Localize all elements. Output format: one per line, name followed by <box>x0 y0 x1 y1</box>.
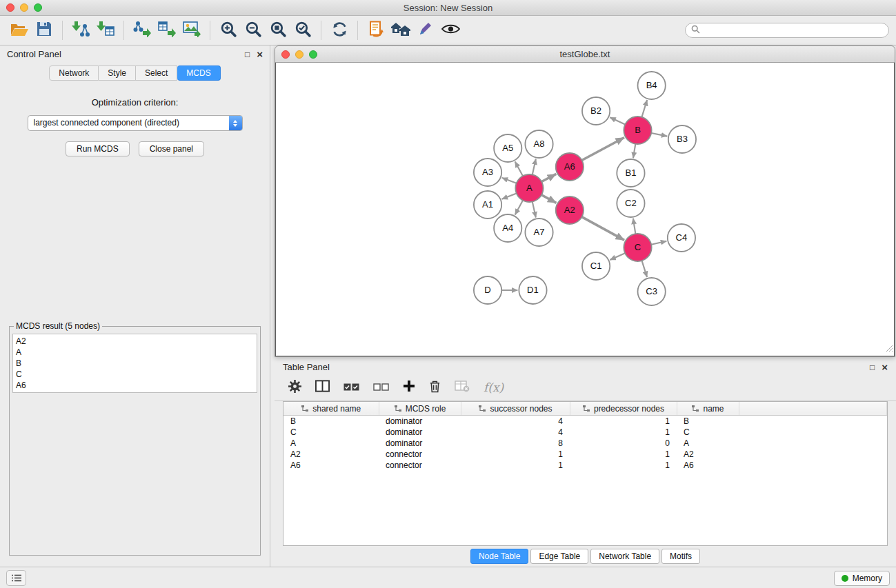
result-list-item[interactable]: A <box>16 347 254 358</box>
table-cell[interactable]: 4 <box>461 427 570 438</box>
birdseye-view-button[interactable] <box>388 19 413 42</box>
table-cell[interactable]: dominator <box>379 427 461 438</box>
tab-motifs[interactable]: Motifs <box>661 549 700 564</box>
table-cell[interactable]: A <box>677 438 739 449</box>
table-cell[interactable]: 1 <box>461 460 570 471</box>
tab-select[interactable]: Select <box>136 65 177 81</box>
resize-grip-icon[interactable] <box>885 343 893 355</box>
graph-edge-C-C3[interactable] <box>642 261 648 277</box>
graph-edge-A-A7[interactable] <box>532 202 536 218</box>
table-cell[interactable]: A2 <box>677 449 739 460</box>
zoom-in-button[interactable] <box>216 19 241 42</box>
search-input[interactable] <box>704 25 883 36</box>
tab-network[interactable]: Network <box>49 65 99 81</box>
table-cell[interactable]: C <box>283 427 379 438</box>
zoom-selected-button[interactable] <box>290 19 315 42</box>
column-header-successor-nodes[interactable]: successor nodes <box>461 402 570 416</box>
table-cell[interactable]: 1 <box>570 427 677 438</box>
close-table-panel-icon[interactable]: × <box>882 363 888 372</box>
table-row[interactable]: Adominator80A <box>283 438 887 449</box>
graph-edge-A-A4[interactable] <box>515 201 523 215</box>
refresh-layout-button[interactable] <box>327 19 352 42</box>
deselect-all-rows-button[interactable] <box>373 381 389 394</box>
mcds-result-list[interactable]: A2ABCA6 <box>12 334 257 393</box>
tab-node-table[interactable]: Node Table <box>470 549 529 564</box>
graph-edge-A-A3[interactable] <box>502 178 517 183</box>
node-table[interactable]: shared nameMCDS rolesuccessor nodesprede… <box>283 401 888 546</box>
graph-edge-A2-C[interactable] <box>581 217 624 241</box>
add-row-button[interactable] <box>403 380 415 395</box>
graph-edge-B-B1[interactable] <box>633 144 635 159</box>
result-list-item[interactable]: A6 <box>16 380 254 391</box>
run-mcds-button[interactable]: Run MCDS <box>66 141 130 156</box>
table-row[interactable]: Cdominator41C <box>283 427 887 438</box>
table-cell[interactable]: dominator <box>379 416 461 427</box>
float-panel-icon[interactable]: □ <box>245 50 250 59</box>
table-cell[interactable]: dominator <box>379 438 461 449</box>
table-cell[interactable]: 1 <box>461 449 570 460</box>
delete-columns-button[interactable] <box>455 381 470 395</box>
column-header-name[interactable]: name <box>677 402 739 416</box>
export-table-button[interactable] <box>155 19 179 42</box>
table-row[interactable]: A2connector11A2 <box>283 449 887 460</box>
graph-edge-C-C2[interactable] <box>633 219 636 234</box>
network-canvas[interactable]: B4B2BB3A5A8A6A3B1AC2A1A2A4A7C4CC1DD1C3 <box>275 63 895 356</box>
open-session-button[interactable] <box>7 19 32 42</box>
zoom-window-button[interactable] <box>34 3 42 12</box>
table-cell[interactable]: 1 <box>570 449 677 460</box>
tab-mcds[interactable]: MCDS <box>177 65 220 81</box>
minimize-window-button[interactable] <box>20 3 28 12</box>
float-table-panel-icon[interactable]: □ <box>870 363 875 372</box>
close-network-window-button[interactable] <box>281 50 290 59</box>
table-cell[interactable]: A6 <box>283 460 379 471</box>
export-image-button[interactable] <box>179 19 204 42</box>
select-columns-button[interactable] <box>315 380 330 395</box>
column-header-shared-name[interactable]: shared name <box>283 402 379 416</box>
criterion-dropdown[interactable]: largest connected component (directed) <box>28 115 243 131</box>
save-session-button[interactable] <box>32 19 57 42</box>
zoom-fit-button[interactable] <box>266 19 290 42</box>
table-cell[interactable]: connector <box>379 460 461 471</box>
table-cell[interactable]: 1 <box>570 460 677 471</box>
tab-style[interactable]: Style <box>99 65 136 81</box>
delete-rows-button[interactable] <box>429 380 441 396</box>
column-header-predecessor-nodes[interactable]: predecessor nodes <box>570 402 677 416</box>
import-table-button[interactable] <box>93 19 118 42</box>
graph-edge-B-B4[interactable] <box>641 100 647 117</box>
zoom-out-button[interactable] <box>241 19 266 42</box>
tab-edge-table[interactable]: Edge Table <box>530 549 588 564</box>
table-cell[interactable]: 4 <box>461 416 570 427</box>
close-window-button[interactable] <box>6 3 14 12</box>
table-cell[interactable]: 0 <box>570 438 677 449</box>
column-header-MCDS-role[interactable]: MCDS role <box>379 402 461 416</box>
graph-edge-A6-B[interactable] <box>582 137 624 160</box>
table-cell[interactable]: B <box>677 416 739 427</box>
graph-edge-A-A2[interactable] <box>541 195 556 203</box>
select-all-rows-button[interactable] <box>344 381 359 394</box>
memory-button[interactable]: Memory <box>834 571 890 586</box>
table-row[interactable]: Bdominator41B <box>283 416 887 427</box>
graph-edge-A-A6[interactable] <box>541 174 556 181</box>
show-hide-details-button[interactable] <box>438 19 463 42</box>
zoom-network-window-button[interactable] <box>309 50 317 59</box>
graph-edge-A-A1[interactable] <box>502 193 517 199</box>
result-list-item[interactable]: C <box>16 369 254 380</box>
show-panels-button[interactable] <box>6 570 26 586</box>
snapshot-button[interactable] <box>364 19 388 42</box>
search-box[interactable] <box>685 23 889 38</box>
table-row[interactable]: A6connector11A6 <box>283 460 887 471</box>
table-cell[interactable]: A6 <box>677 460 739 471</box>
minimize-network-window-button[interactable] <box>295 50 303 59</box>
table-cell[interactable]: A2 <box>283 449 379 460</box>
table-cell[interactable]: A <box>283 438 379 449</box>
graph-edge-B-B2[interactable] <box>610 117 625 124</box>
table-cell[interactable]: connector <box>379 449 461 460</box>
export-network-button[interactable] <box>130 19 155 42</box>
close-panel-icon[interactable]: × <box>257 50 263 59</box>
result-list-item[interactable]: B <box>16 358 254 369</box>
table-cell[interactable]: B <box>283 416 379 427</box>
graph-edge-B-B3[interactable] <box>651 133 667 136</box>
style-paint-button[interactable] <box>413 19 438 42</box>
function-builder-button[interactable]: f(x) <box>484 381 504 394</box>
result-list-item[interactable]: A2 <box>16 336 254 347</box>
